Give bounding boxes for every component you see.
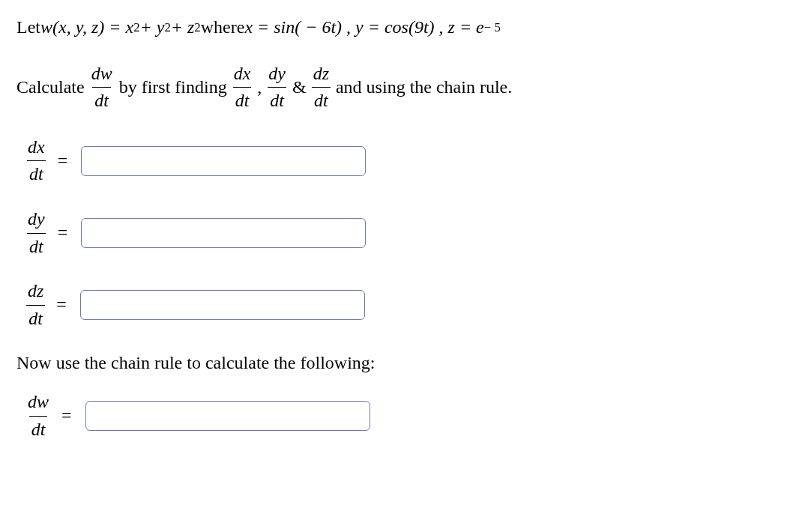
dw-dt-row: dw dt = bbox=[21, 390, 774, 442]
sq2: 2 bbox=[164, 19, 170, 37]
frac-dw-dt-field: dw dt bbox=[25, 390, 51, 442]
by-first-text: by first finding bbox=[119, 75, 227, 100]
dz-num: dz bbox=[25, 279, 46, 305]
dz-den-inline: dt bbox=[312, 87, 331, 114]
eq-dx: = bbox=[58, 148, 68, 174]
and-using-text: and using the chain rule. bbox=[336, 75, 512, 100]
dx-num-inline: dx bbox=[232, 61, 253, 88]
eq-dw: = bbox=[61, 403, 72, 429]
dw-num: dw bbox=[89, 61, 115, 88]
calculate-text: Calculate bbox=[16, 75, 85, 100]
eq-dy: = bbox=[58, 220, 68, 246]
dz-dt-row: dz dt = bbox=[21, 279, 774, 331]
dy-den: dt bbox=[27, 233, 46, 260]
dw-num-field: dw bbox=[25, 390, 51, 416]
frac-dy-dt: dy dt bbox=[25, 207, 47, 259]
x-eq: x = sin( − 6t) , y = cos(9t) , z = e bbox=[244, 15, 483, 40]
dy-num: dy bbox=[25, 207, 47, 233]
frac-dx-dt: dx dt bbox=[25, 135, 47, 187]
sq3: 2 bbox=[194, 19, 200, 37]
instruction-line: Calculate dw dt by first finding dx dt ,… bbox=[16, 61, 774, 114]
dz-dt-input[interactable] bbox=[80, 290, 365, 320]
dy-num-inline: dy bbox=[266, 61, 288, 88]
dy-dt-input[interactable] bbox=[81, 218, 366, 248]
frac-dw-dt: dw dt bbox=[89, 61, 115, 114]
comma: , bbox=[257, 75, 262, 100]
dw-den: dt bbox=[92, 87, 111, 114]
frac-dz-dt-inline: dz dt bbox=[311, 61, 331, 114]
frac-dz-dt: dz dt bbox=[25, 279, 46, 331]
where-text: where bbox=[201, 15, 245, 40]
dx-dt-row: dx dt = bbox=[21, 135, 774, 187]
dx-den-inline: dt bbox=[233, 87, 252, 114]
dw-den-field: dt bbox=[29, 416, 48, 443]
exp-neg5: − 5 bbox=[484, 19, 501, 37]
eq-dz: = bbox=[56, 292, 67, 318]
chain-rule-instruction: Now use the chain rule to calculate the … bbox=[16, 351, 774, 376]
dz-num-inline: dz bbox=[311, 61, 331, 88]
plus-y: + y bbox=[140, 15, 165, 40]
let-text: Let bbox=[16, 15, 40, 40]
sq1: 2 bbox=[133, 19, 139, 37]
chain-rule-text: Now use the chain rule to calculate the … bbox=[16, 351, 376, 376]
dx-den: dt bbox=[27, 160, 46, 187]
dy-den-inline: dt bbox=[268, 87, 286, 114]
plus-z: + z bbox=[171, 15, 195, 40]
problem-statement: Let w(x, y, z) = x2 + y2 + z2 where x = … bbox=[16, 15, 774, 40]
dy-dt-row: dy dt = bbox=[21, 207, 774, 259]
frac-dx-dt-inline: dx dt bbox=[232, 61, 253, 114]
dz-den: dt bbox=[26, 305, 45, 332]
w-func-part1: w(x, y, z) = x bbox=[40, 15, 133, 40]
dx-num: dx bbox=[25, 135, 47, 161]
frac-dy-dt-inline: dy dt bbox=[266, 61, 288, 114]
dw-dt-input[interactable] bbox=[85, 401, 370, 431]
dx-dt-input[interactable] bbox=[81, 146, 366, 176]
amp-text: & bbox=[292, 75, 307, 100]
